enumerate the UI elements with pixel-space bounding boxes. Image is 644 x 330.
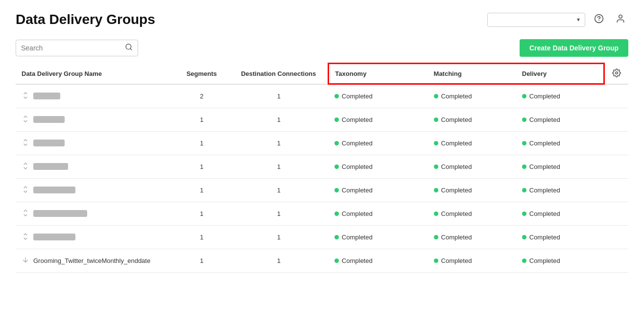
matching-status-dot <box>434 235 438 239</box>
cell-name[interactable]: ■■■■■■■■ <box>16 131 174 155</box>
matching-status-label: Completed <box>441 93 472 100</box>
cell-taxonomy: Completed <box>329 108 428 131</box>
cell-matching: Completed <box>428 108 516 131</box>
taxonomy-status-dot <box>334 212 339 216</box>
cell-actions <box>604 84 628 108</box>
row-sort-icon <box>22 233 29 242</box>
table-row: ■■■■■■■■ 1 1 Completed Completed Complet… <box>16 108 628 131</box>
cell-segments: 1 <box>174 178 229 202</box>
help-icon <box>594 14 604 26</box>
cell-delivery: Completed <box>516 155 604 178</box>
taxonomy-status-label: Completed <box>342 163 373 170</box>
cell-actions <box>604 131 628 155</box>
delivery-status-dot <box>522 118 526 122</box>
taxonomy-status-dot <box>334 118 339 122</box>
row-sort-icon <box>22 92 29 101</box>
matching-status-label: Completed <box>441 234 472 241</box>
table-row: ■■■■■■■■■■■ 1 1 Completed Completed Comp… <box>16 225 628 249</box>
cell-actions <box>604 225 628 249</box>
cell-taxonomy: Completed <box>329 84 428 108</box>
cell-segments: 1 <box>174 108 229 131</box>
settings-icon[interactable] <box>612 71 621 79</box>
cell-delivery: Completed <box>516 84 604 108</box>
cell-matching: Completed <box>428 225 516 249</box>
delivery-status-label: Completed <box>529 116 560 123</box>
cell-name[interactable]: ■■■■■ <box>16 84 174 108</box>
cell-name[interactable]: ■■■■■■■■ <box>16 108 174 131</box>
help-button[interactable] <box>591 12 607 27</box>
cell-name[interactable]: Grooming_Twitter_twiceMonthly_enddate <box>16 249 174 272</box>
taxonomy-status-label: Completed <box>342 187 373 194</box>
row-sort-icon <box>22 186 29 195</box>
cell-name[interactable]: ■■■■■■■■■■■ <box>16 178 174 202</box>
taxonomy-status-label: Completed <box>342 116 373 123</box>
matching-status-dot <box>434 212 438 216</box>
col-header-delivery: Delivery <box>516 64 604 84</box>
cell-dest-connections: 1 <box>229 225 329 249</box>
matching-status-label: Completed <box>441 257 472 264</box>
cell-dest-connections: 1 <box>229 155 329 178</box>
row-sort-icon <box>22 139 29 148</box>
cell-actions <box>604 178 628 202</box>
cell-name[interactable]: ■■■■■■■■■ <box>16 155 174 178</box>
row-sort-icon <box>22 115 29 124</box>
cell-taxonomy: Completed <box>329 178 428 202</box>
taxonomy-status-dot <box>334 188 339 192</box>
row-sort-icon <box>22 256 29 265</box>
taxonomy-status-label: Completed <box>342 210 373 217</box>
cell-segments: 1 <box>174 249 229 272</box>
cell-taxonomy: Completed <box>329 249 428 272</box>
delivery-status-label: Completed <box>529 140 560 147</box>
matching-status-dot <box>434 141 438 145</box>
delivery-status-dot <box>522 188 526 192</box>
chevron-down-icon: ▾ <box>577 16 580 23</box>
table-row: ■■■■■ 2 1 Completed Completed Completed <box>16 84 628 108</box>
cell-actions <box>604 108 628 131</box>
data-table-container: Data Delivery Group Name Segments Destin… <box>0 63 644 273</box>
cell-delivery: Completed <box>516 131 604 155</box>
delivery-status-label: Completed <box>529 93 560 100</box>
taxonomy-status-label: Completed <box>342 93 373 100</box>
cell-delivery: Completed <box>516 178 604 202</box>
user-icon <box>616 14 625 26</box>
create-data-delivery-group-button[interactable]: Create Data Delivery Group <box>520 39 628 57</box>
search-box <box>16 40 138 56</box>
table-row: Grooming_Twitter_twiceMonthly_enddate 1 … <box>16 249 628 272</box>
org-dropdown[interactable]: ▾ <box>487 13 585 27</box>
col-header-matching: Matching <box>428 64 516 84</box>
cell-name[interactable]: ■■■■■■■■■■■ <box>16 225 174 249</box>
col-header-segments: Segments <box>174 64 229 84</box>
taxonomy-status-dot <box>334 165 339 169</box>
table-row: ■■■■■■■■■■■ 1 1 Completed Completed Comp… <box>16 178 628 202</box>
cell-matching: Completed <box>428 249 516 272</box>
cell-matching: Completed <box>428 84 516 108</box>
col-header-settings <box>604 64 628 84</box>
table-row: ■■■■■■■■■■■■■■ 1 1 Completed Completed C… <box>16 202 628 225</box>
taxonomy-status-label: Completed <box>342 257 373 264</box>
cell-matching: Completed <box>428 202 516 225</box>
matching-status-dot <box>434 94 438 98</box>
svg-point-5 <box>616 71 618 74</box>
data-delivery-groups-table: Data Delivery Group Name Segments Destin… <box>16 63 628 273</box>
search-input[interactable] <box>21 44 121 52</box>
cell-taxonomy: Completed <box>329 131 428 155</box>
matching-status-dot <box>434 118 438 122</box>
table-row: ■■■■■■■■ 1 1 Completed Completed Complet… <box>16 131 628 155</box>
taxonomy-status-dot <box>334 94 339 98</box>
cell-name[interactable]: ■■■■■■■■■■■■■■ <box>16 202 174 225</box>
page-title: Data Delivery Groups <box>16 12 155 27</box>
cell-taxonomy: Completed <box>329 202 428 225</box>
col-header-taxonomy: Taxonomy <box>329 64 428 84</box>
cell-dest-connections: 1 <box>229 178 329 202</box>
taxonomy-status-label: Completed <box>342 140 373 147</box>
col-header-dest-connections: Destination Connections <box>229 64 329 84</box>
cell-matching: Completed <box>428 178 516 202</box>
user-button[interactable] <box>613 12 628 27</box>
cell-matching: Completed <box>428 155 516 178</box>
cell-segments: 1 <box>174 131 229 155</box>
cell-dest-connections: 1 <box>229 249 329 272</box>
matching-status-label: Completed <box>441 116 472 123</box>
delivery-status-dot <box>522 212 526 216</box>
taxonomy-status-dot <box>334 259 339 263</box>
delivery-status-dot <box>522 259 526 263</box>
